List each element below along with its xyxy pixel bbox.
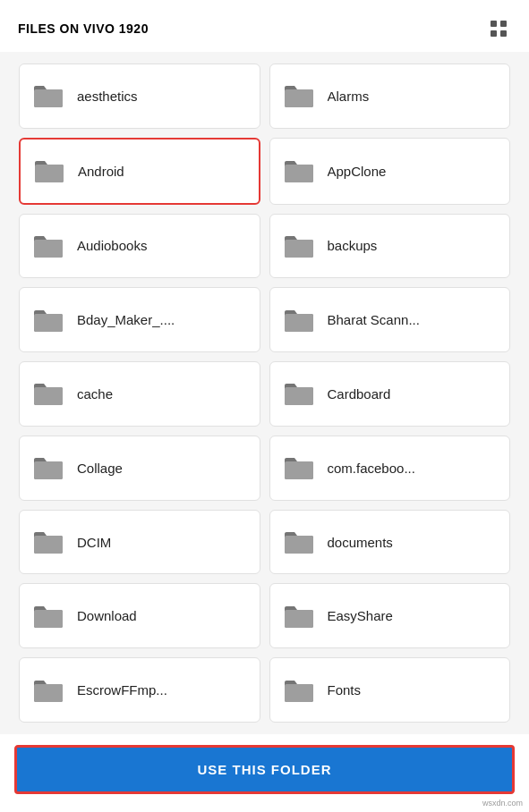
folder-item[interactable]: backups bbox=[269, 214, 511, 279]
folder-name: com.faceboo... bbox=[328, 461, 415, 476]
folder-icon bbox=[32, 677, 64, 704]
header-title: FILES ON VIVO 1920 bbox=[18, 21, 149, 36]
folder-name: AppClone bbox=[328, 164, 387, 179]
folder-name: Collage bbox=[77, 461, 123, 476]
folder-name: aesthetics bbox=[77, 89, 138, 104]
folder-icon bbox=[32, 233, 64, 259]
folder-item[interactable]: Android bbox=[19, 138, 260, 205]
folder-item[interactable]: Bday_Maker_.... bbox=[19, 287, 260, 352]
svg-rect-2 bbox=[491, 30, 497, 37]
folder-item[interactable]: Collage bbox=[19, 436, 260, 501]
folder-icon bbox=[283, 603, 315, 630]
folder-name: Bharat Scann... bbox=[328, 312, 420, 327]
grid-view-icon[interactable] bbox=[486, 16, 511, 41]
folder-icon bbox=[32, 380, 64, 407]
folder-name: documents bbox=[328, 535, 393, 550]
bottom-bar: USE THIS FOLDER bbox=[0, 734, 529, 812]
folder-icon bbox=[32, 529, 64, 555]
folder-item[interactable]: Fonts bbox=[269, 657, 511, 723]
use-folder-button[interactable]: USE THIS FOLDER bbox=[14, 745, 515, 794]
folder-name: Android bbox=[78, 164, 124, 179]
app-container: FILES ON VIVO 1920 aesthetics Alarms And… bbox=[0, 0, 529, 812]
folder-icon bbox=[283, 82, 315, 109]
folder-icon bbox=[33, 157, 65, 184]
folder-item[interactable]: Download bbox=[19, 583, 260, 648]
folder-name: DCIM bbox=[77, 535, 111, 550]
folder-name: Fonts bbox=[328, 682, 362, 698]
folder-item[interactable]: EscrowFFmp... bbox=[19, 657, 260, 723]
folder-icon bbox=[283, 454, 315, 481]
folder-icon bbox=[32, 82, 64, 109]
folder-name: EscrowFFmp... bbox=[77, 682, 167, 698]
folder-item[interactable]: aesthetics bbox=[19, 63, 260, 129]
folder-icon bbox=[283, 157, 315, 184]
header: FILES ON VIVO 1920 bbox=[0, 0, 529, 52]
folder-icon bbox=[283, 677, 315, 704]
folder-name: Bday_Maker_.... bbox=[77, 312, 175, 327]
folder-item[interactable]: AppClone bbox=[269, 138, 511, 205]
svg-rect-1 bbox=[500, 21, 507, 27]
folder-name: backups bbox=[328, 238, 378, 253]
folder-icon bbox=[32, 307, 64, 334]
folder-icon bbox=[283, 380, 315, 407]
folder-name: Audiobooks bbox=[77, 238, 147, 253]
folder-item[interactable]: Audiobooks bbox=[19, 214, 260, 279]
folder-item[interactable]: Alarms bbox=[269, 63, 511, 129]
folder-item[interactable]: com.faceboo... bbox=[269, 436, 511, 501]
folder-name: EasyShare bbox=[328, 608, 393, 623]
svg-rect-0 bbox=[491, 21, 497, 27]
folder-icon bbox=[283, 529, 315, 555]
folder-name: cache bbox=[77, 386, 113, 402]
folder-icon bbox=[32, 603, 64, 630]
folder-name: Cardboard bbox=[328, 386, 391, 402]
folder-icon bbox=[283, 233, 315, 259]
folder-item[interactable]: documents bbox=[269, 510, 511, 575]
svg-rect-3 bbox=[500, 30, 507, 37]
folder-item[interactable]: Cardboard bbox=[269, 361, 511, 427]
folder-icon bbox=[32, 454, 64, 481]
file-grid: aesthetics Alarms Android AppClone Audio… bbox=[0, 52, 529, 734]
folder-icon bbox=[283, 307, 315, 334]
folder-item[interactable]: Bharat Scann... bbox=[269, 287, 511, 352]
watermark: wsxdn.com bbox=[480, 798, 525, 808]
folder-item[interactable]: cache bbox=[19, 361, 260, 427]
folder-name: Alarms bbox=[328, 89, 370, 104]
folder-item[interactable]: DCIM bbox=[19, 510, 260, 575]
folder-name: Download bbox=[77, 608, 137, 623]
folder-item[interactable]: EasyShare bbox=[269, 583, 511, 648]
